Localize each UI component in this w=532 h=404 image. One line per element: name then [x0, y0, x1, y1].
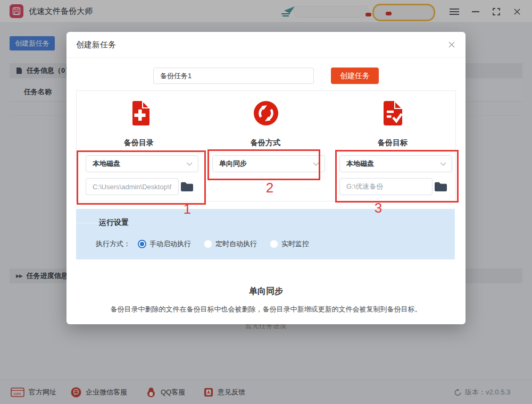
task-name-input[interactable] [153, 68, 314, 84]
exec-mode-label: 执行方式： [96, 239, 130, 249]
run-settings-title: 运行设置 [99, 218, 129, 228]
dialog-close-button[interactable] [444, 37, 459, 52]
annotation-box-2 [207, 149, 320, 180]
method-summary-description: 备份目录中删除的文件在备份目标中也会被删除，备份目录中新增或更新的文件会被复制到… [66, 305, 466, 314]
radio-scheduled-auto[interactable] [204, 240, 212, 248]
dialog-title: 创建新任务 [76, 32, 116, 57]
app-window: 优速文件备份大师 创建新任务 [0, 0, 532, 404]
annotation-box-1 [77, 150, 206, 205]
radio-realtime-monitor[interactable] [270, 240, 278, 248]
backup-target-label: 备份目标 [350, 138, 435, 148]
annotation-number-3: 3 [370, 200, 386, 216]
dialog-header-divider [66, 57, 466, 58]
annotation-box-3 [335, 150, 459, 203]
radio-manual-start[interactable] [138, 240, 146, 248]
annotation-number-1: 1 [179, 201, 195, 217]
backup-target-checklist-icon [379, 99, 406, 127]
annotation-number-2: 2 [262, 180, 278, 196]
radio-realtime-monitor-label[interactable]: 实时监控 [281, 239, 309, 249]
sync-method-icon [252, 99, 280, 127]
radio-manual-start-label[interactable]: 手动启动执行 [149, 239, 191, 249]
radio-scheduled-auto-label[interactable]: 定时自动执行 [215, 239, 257, 249]
backup-source-label: 备份目录 [96, 138, 181, 148]
backup-source-file-plus-icon [126, 99, 154, 127]
method-summary-title: 单向同步 [66, 286, 466, 297]
run-settings-panel: 运行设置 执行方式： 手动启动执行 定时自动执行 实时监控 [76, 209, 455, 259]
create-task-dialog: 创建新任务 创建任务 备份目录 本地磁盘 [66, 32, 466, 324]
backup-method-label: 备份方式 [223, 138, 308, 148]
exec-mode-radio-group: 执行方式： 手动启动执行 定时自动执行 实时监控 [96, 239, 309, 249]
create-task-submit-button[interactable]: 创建任务 [331, 68, 379, 84]
close-icon [448, 41, 455, 48]
legend-divider [76, 223, 98, 223]
